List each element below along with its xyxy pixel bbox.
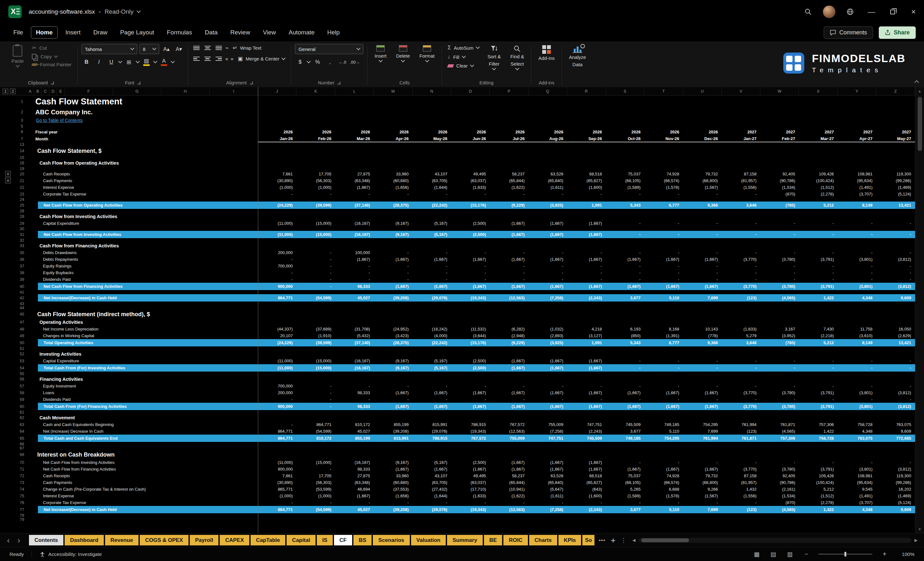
cell-value[interactable]: -	[722, 459, 760, 466]
cell-value[interactable]: 4,348	[838, 506, 876, 513]
cell-value[interactable]: -	[412, 396, 451, 403]
cell-value[interactable]: (1,667)	[567, 459, 606, 466]
cell-value[interactable]: (5,647)	[528, 486, 567, 492]
sheet-tab-bs[interactable]: BS	[353, 535, 372, 545]
cell-label[interactable]: Equity Raisings	[26, 264, 258, 268]
menu-tab-page-layout[interactable]: Page Layout	[115, 26, 159, 39]
cell-value[interactable]: 700,000	[258, 383, 296, 389]
cell-label[interactable]: Net Cash Flow from Operating Activities	[38, 203, 258, 208]
cell-value[interactable]: (11,532)	[451, 326, 490, 332]
cell-value[interactable]: (2,500)	[451, 357, 490, 364]
cell-value[interactable]: (39,208)	[374, 506, 412, 513]
cell-value[interactable]: 2026	[645, 128, 683, 135]
cell-value[interactable]: (1,667)	[374, 466, 412, 472]
column-header-M[interactable]: M	[374, 87, 412, 95]
cell-value[interactable]: 98,333	[335, 283, 374, 290]
menu-tab-help[interactable]: Help	[322, 26, 345, 39]
format-cells-button[interactable]: Format	[416, 44, 438, 63]
cell-value[interactable]: -	[258, 499, 296, 506]
cell-value[interactable]: (54,599)	[296, 428, 335, 435]
cell-value[interactable]: (19,343)	[451, 428, 490, 435]
more-sheets-button[interactable]: •••	[599, 538, 606, 543]
cell-label[interactable]: Cash Flow Statement	[26, 97, 258, 106]
cell-label[interactable]: Total Cash From (For) Financing Activiti…	[38, 404, 258, 409]
cell-value[interactable]: 58,237	[490, 171, 528, 177]
cell-value[interactable]: (1,644)	[412, 492, 451, 499]
cell-value[interactable]: (1,667)	[606, 256, 645, 262]
cell-value[interactable]: (5,124)	[876, 499, 915, 506]
cell-value[interactable]: (785)	[760, 339, 799, 346]
align-top-icon[interactable]	[193, 46, 200, 50]
cell-value[interactable]: (65,844)	[490, 479, 528, 486]
cell-value[interactable]: -	[296, 383, 335, 389]
row-header-23[interactable]: 23	[18, 191, 26, 197]
cell-value[interactable]: (3,780)	[760, 403, 799, 410]
cell-value[interactable]: -	[722, 191, 760, 197]
cell-value[interactable]: (1,667)	[490, 466, 528, 472]
cell-value[interactable]: (68,800)	[683, 479, 722, 486]
cell-value[interactable]: (3,707)	[838, 191, 876, 197]
cell-value[interactable]: (1,910)	[296, 332, 335, 339]
cell-value[interactable]: (1,667)	[683, 466, 722, 472]
cell-label[interactable]: Dividends Paid	[26, 397, 258, 402]
cell-value[interactable]: -	[606, 396, 645, 403]
cell-value[interactable]: -	[722, 364, 760, 372]
cell-value[interactable]: 79,732	[683, 472, 722, 479]
cell-value[interactable]: 864,771	[258, 428, 296, 435]
cell-value[interactable]: 3,646	[722, 339, 760, 346]
cell-value[interactable]: (2,243)	[567, 506, 606, 513]
cell-value[interactable]: 749,185	[645, 421, 683, 428]
cell-value[interactable]: -	[722, 249, 760, 256]
cell-value[interactable]: (4,565)	[760, 506, 799, 513]
cell-value[interactable]: 11,758	[838, 326, 876, 332]
cell-value[interactable]: (54,599)	[296, 294, 335, 302]
cell-label[interactable]: Changes in Working Capital	[26, 333, 258, 338]
sheet-tab-charts[interactable]: Charts	[529, 535, 557, 545]
cell-value[interactable]: (63,705)	[412, 177, 451, 184]
cell-value[interactable]: -	[528, 383, 567, 389]
cell-value[interactable]: (7,258)	[528, 428, 567, 435]
cell-value[interactable]: (10,941)	[490, 486, 528, 492]
cell-value[interactable]: 9,609	[876, 294, 915, 302]
cell-value[interactable]: (11,000)	[258, 459, 296, 466]
scroll-right-icon[interactable]: ▶	[915, 538, 918, 543]
cell-value[interactable]: (3,791)	[799, 283, 837, 290]
cell-label[interactable]: Net Cash Flow from Investing Activities	[38, 232, 258, 237]
cell-value[interactable]: -	[799, 220, 837, 227]
cell-value[interactable]: 749,185	[606, 435, 645, 442]
cell-value[interactable]: (1,656)	[374, 492, 412, 499]
cell-value[interactable]: (1,667)	[528, 283, 567, 290]
cell-value[interactable]: 3,677	[606, 294, 645, 302]
format-painter-button[interactable]: Format Painter	[30, 61, 73, 68]
fill-color-button[interactable]: ▨	[141, 57, 152, 67]
cell-value[interactable]: -	[374, 396, 412, 403]
bold-button[interactable]: B	[81, 57, 92, 67]
row-header-36[interactable]: 36	[18, 256, 26, 262]
column-header-A[interactable]: A	[26, 87, 34, 95]
cell-value[interactable]: (1,667)	[645, 256, 683, 262]
column-header-Z[interactable]: Z	[876, 87, 915, 95]
cell-value[interactable]: (12,563)	[490, 428, 528, 435]
cell-value[interactable]: (5,167)	[412, 364, 451, 372]
cell-value[interactable]: (31,708)	[335, 326, 374, 332]
row-header-43[interactable]: 43	[18, 302, 26, 306]
cell-value[interactable]: -	[528, 262, 567, 269]
cell-value[interactable]: -	[335, 383, 374, 389]
row-header-41[interactable]: 41	[18, 290, 26, 294]
cell-value[interactable]: (81,957)	[722, 479, 760, 486]
cell-value[interactable]: (1,567)	[683, 184, 722, 191]
row-header-53[interactable]: 53	[18, 357, 26, 364]
cell-value[interactable]: -	[799, 269, 837, 276]
cell-value[interactable]: (7,258)	[528, 506, 567, 513]
dialog-launcher-icon[interactable]	[338, 81, 340, 84]
cell-label[interactable]: Cash Receipts	[26, 172, 258, 176]
cell-value[interactable]: (1,667)	[606, 466, 645, 472]
cell-value[interactable]: -	[374, 249, 412, 256]
row-header-67[interactable]: 67	[18, 446, 26, 450]
sheet-nav-right-button[interactable]: ›	[14, 536, 24, 544]
cell-value[interactable]: -	[490, 499, 528, 506]
row-header-79[interactable]: 79	[18, 518, 26, 522]
cell-value[interactable]: 6,688	[645, 486, 683, 492]
cell-value[interactable]: -	[645, 364, 683, 372]
cell-value[interactable]: 100,000	[335, 249, 374, 256]
